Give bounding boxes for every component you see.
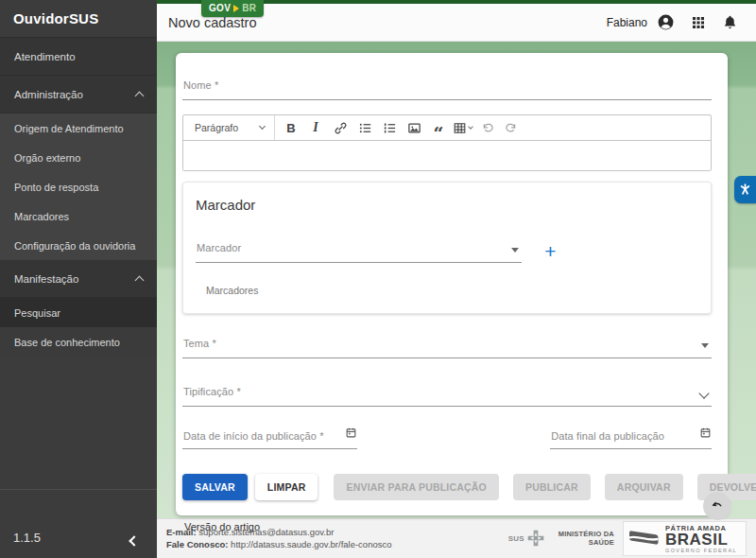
marcador-title: Marcador (196, 197, 697, 213)
calendar-icon[interactable] (699, 426, 712, 443)
governo-federal-label: GOVERNO FEDERAL (665, 548, 737, 553)
hands-icon (737, 182, 753, 198)
sidebar-item-ponto-de-resposta[interactable]: Ponto de resposta (0, 172, 157, 201)
nome-field[interactable]: Nome * (182, 76, 712, 100)
data-inicio-label: Data de início da publicação * (183, 430, 324, 442)
add-marcador-button[interactable]: + (544, 241, 556, 261)
redo-button[interactable] (500, 116, 523, 139)
sidebar-item-label: Administração (14, 89, 83, 100)
undo-button[interactable] (475, 116, 498, 139)
sidebar-item-label: Base de conhecimento (14, 337, 120, 348)
link-button[interactable] (329, 116, 352, 139)
block-quote-button[interactable]: “ (427, 116, 450, 139)
tipificacao-label: Tipificação * (183, 386, 241, 397)
sidebar-item-label: Pesquisar (14, 307, 60, 319)
fale-conosco-label: Fale Conosco: (166, 539, 228, 549)
sidebar-item-label: Orgão externo (14, 152, 80, 164)
marcador-row: Marcador + (196, 238, 697, 263)
paragraph-style-select[interactable]: Parágrafo (187, 115, 274, 140)
tema-select[interactable]: Tema * (182, 334, 712, 358)
sidebar-nav: Atendimento Administração Origem de Aten… (0, 38, 157, 357)
data-inicio-field[interactable]: Data de início da publicação * (182, 426, 357, 449)
marcador-select[interactable]: Marcador (196, 238, 522, 263)
insert-table-button[interactable] (453, 121, 472, 135)
action-buttons: SALVAR LIMPAR ENVIAR PARA PUBLICAÇÃO PUB… (182, 474, 712, 500)
paragraph-style-label: Parágrafo (195, 122, 238, 133)
app-title: OuvidorSUS (0, 0, 157, 38)
govbr-arrow-icon (233, 5, 239, 12)
sidebar-item-pesquisar[interactable]: Pesquisar (0, 298, 157, 327)
notifications-bell-icon[interactable] (721, 13, 739, 31)
fale-conosco-value: http://datasus.saude.gov.br/fale-conosco (231, 539, 391, 549)
versao-do-artigo-label: Versão do artigo (184, 521, 712, 532)
sidebar-item-label: Manifestação (14, 273, 78, 285)
italic-button[interactable]: I (304, 116, 327, 139)
calendar-icon[interactable] (345, 426, 357, 443)
apps-grid-icon[interactable] (689, 13, 707, 31)
sidebar-item-label: Atendimento (14, 51, 76, 62)
app-version: 1.1.5 (13, 531, 41, 545)
chevron-up-icon (135, 276, 145, 286)
govbr-badge[interactable]: GOV BR (201, 0, 264, 17)
header-actions: Fabiano (607, 13, 739, 31)
user-account-icon[interactable] (657, 13, 675, 31)
govbr-gov-label: GOV (209, 3, 231, 13)
sidebar: OuvidorSUS Atendimento Administração Ori… (0, 0, 157, 558)
bullet-list-button[interactable] (353, 116, 376, 139)
undo-arrow-icon (710, 498, 726, 514)
limpar-button[interactable]: LIMPAR (255, 474, 318, 500)
sidebar-item-manifestacao[interactable]: Manifestação (0, 260, 157, 298)
marcador-panel: Marcador Marcador + Marcadores (182, 182, 712, 314)
user-name: Fabiano (607, 16, 647, 29)
sidebar-footer: 1.1.5 (0, 489, 157, 558)
dates-row: Data de início da publicação * Data fina… (182, 426, 712, 449)
rich-text-editor: Parágrafo B I (182, 114, 712, 171)
sidebar-item-label: Origem de Atendimento (14, 123, 124, 134)
tema-label: Tema * (183, 338, 216, 349)
govbr-br-label: BR (242, 3, 256, 13)
form-card: Nome * Parágrafo B I (176, 53, 728, 515)
editor-toolbar: Parágrafo B I (183, 115, 711, 141)
app-root: OuvidorSUS Atendimento Administração Ori… (0, 0, 756, 558)
sidebar-item-orgao-externo[interactable]: Orgão externo (0, 143, 157, 172)
sidebar-item-label: Marcadores (14, 211, 69, 222)
sidebar-item-label: Ponto de resposta (14, 182, 98, 193)
chevron-down-icon (698, 388, 709, 398)
dropdown-arrow-icon (511, 248, 519, 253)
content-area: Nome * Parágrafo B I (157, 42, 756, 518)
publicar-button[interactable]: PUBLICAR (513, 474, 591, 500)
chevron-down-icon (468, 124, 473, 130)
main-area: Novo cadastro Fabiano Nome * (157, 0, 756, 558)
undo-fab-button[interactable] (703, 492, 731, 520)
sidebar-item-base-de-conhecimento[interactable]: Base de conhecimento (0, 327, 157, 357)
editor-content[interactable] (183, 141, 711, 170)
accessibility-vlibras-button[interactable] (734, 176, 756, 203)
chevron-up-icon (135, 92, 145, 101)
collapse-sidebar-icon[interactable] (129, 535, 139, 546)
toolbar-divider (274, 115, 275, 140)
chevron-down-icon (259, 123, 266, 130)
dropdown-arrow-icon (701, 343, 709, 348)
numbered-list-button[interactable] (378, 116, 401, 139)
brasil-label: BRASIL (665, 532, 737, 548)
bold-button[interactable]: B (280, 116, 302, 139)
sus-label: SUS (508, 534, 524, 543)
sidebar-item-origem-de-atendimento[interactable]: Origem de Atendimento (0, 113, 157, 143)
sidebar-item-administracao[interactable]: Administração (0, 76, 157, 113)
insert-image-button[interactable] (403, 116, 425, 139)
enviar-para-publicacao-button[interactable]: ENVIAR PARA PUBLICAÇÃO (334, 474, 499, 500)
data-final-field[interactable]: Data final da publicação (550, 426, 712, 449)
sidebar-item-label: Configuração da ouvidoria (14, 240, 135, 252)
marcador-select-label: Marcador (197, 242, 241, 253)
sidebar-item-marcadores[interactable]: Marcadores (0, 201, 157, 231)
arquivar-button[interactable]: ARQUIVAR (605, 474, 683, 500)
sidebar-item-atendimento[interactable]: Atendimento (0, 38, 157, 76)
data-final-label: Data final da publicação (551, 430, 664, 442)
tipificacao-select[interactable]: Tipificação * (182, 382, 712, 407)
nome-label: Nome * (183, 79, 218, 91)
sidebar-item-configuracao-da-ouvidoria[interactable]: Configuração da ouvidoria (0, 231, 157, 260)
salvar-button[interactable]: SALVAR (182, 474, 248, 500)
marcadores-caption: Marcadores (206, 285, 697, 296)
